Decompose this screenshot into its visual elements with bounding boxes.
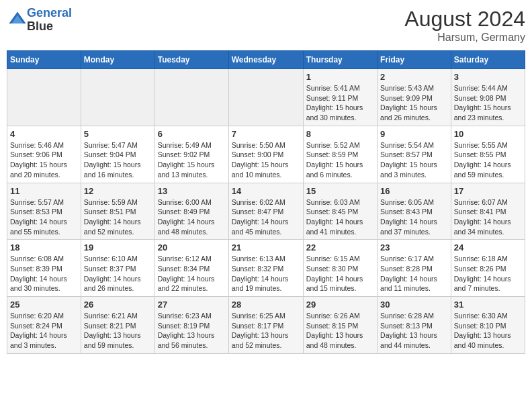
day-info: Sunrise: 6:26 AM Sunset: 8:15 PM Dayligh… [306, 311, 374, 351]
calendar-cell: 17Sunrise: 6:07 AM Sunset: 8:41 PM Dayli… [451, 183, 525, 240]
day-number: 2 [380, 72, 448, 82]
day-number: 29 [306, 300, 374, 310]
calendar-cell: 4Sunrise: 5:46 AM Sunset: 9:06 PM Daylig… [7, 126, 81, 183]
header-wednesday: Wednesday [228, 51, 303, 69]
day-info: Sunrise: 6:07 AM Sunset: 8:41 PM Dayligh… [454, 197, 522, 237]
day-number: 28 [232, 300, 300, 310]
calendar-cell: 16Sunrise: 6:05 AM Sunset: 8:43 PM Dayli… [378, 183, 451, 240]
day-number: 8 [306, 129, 374, 139]
calendar-cell [154, 69, 228, 126]
calendar-week-2: 11Sunrise: 5:57 AM Sunset: 8:53 PM Dayli… [7, 183, 525, 240]
calendar-cell [81, 69, 154, 126]
calendar-cell: 18Sunrise: 6:08 AM Sunset: 8:39 PM Dayli… [7, 240, 81, 297]
header-sunday: Sunday [7, 51, 81, 69]
day-info: Sunrise: 6:12 AM Sunset: 8:34 PM Dayligh… [158, 254, 226, 293]
calendar-week-4: 25Sunrise: 6:20 AM Sunset: 8:24 PM Dayli… [7, 297, 525, 354]
header-friday: Friday [378, 51, 451, 69]
calendar-cell: 1Sunrise: 5:41 AM Sunset: 9:11 PM Daylig… [303, 69, 377, 126]
day-info: Sunrise: 5:54 AM Sunset: 8:57 PM Dayligh… [380, 140, 448, 180]
calendar-cell: 30Sunrise: 6:28 AM Sunset: 8:13 PM Dayli… [378, 297, 451, 354]
header-tuesday: Tuesday [154, 51, 228, 69]
calendar-cell [228, 69, 303, 126]
day-number: 21 [232, 242, 300, 253]
day-number: 13 [158, 186, 226, 196]
day-info: Sunrise: 6:00 AM Sunset: 8:49 PM Dayligh… [158, 197, 226, 237]
day-number: 4 [10, 129, 78, 139]
header-saturday: Saturday [451, 51, 525, 69]
day-number: 31 [454, 300, 522, 310]
day-number: 1 [306, 72, 374, 82]
day-info: Sunrise: 6:18 AM Sunset: 8:26 PM Dayligh… [454, 254, 522, 293]
day-info: Sunrise: 6:03 AM Sunset: 8:45 PM Dayligh… [306, 197, 374, 237]
calendar-cell: 5Sunrise: 5:47 AM Sunset: 9:04 PM Daylig… [81, 126, 154, 183]
day-info: Sunrise: 5:50 AM Sunset: 9:00 PM Dayligh… [232, 140, 300, 180]
day-info: Sunrise: 5:44 AM Sunset: 9:08 PM Dayligh… [454, 83, 522, 123]
calendar-cell: 13Sunrise: 6:00 AM Sunset: 8:49 PM Dayli… [154, 183, 228, 240]
calendar-cell: 29Sunrise: 6:26 AM Sunset: 8:15 PM Dayli… [303, 297, 377, 354]
day-number: 18 [10, 242, 78, 253]
calendar-cell: 31Sunrise: 6:30 AM Sunset: 8:10 PM Dayli… [451, 297, 525, 354]
day-number: 30 [380, 300, 448, 310]
day-info: Sunrise: 5:55 AM Sunset: 8:55 PM Dayligh… [454, 140, 522, 180]
day-number: 7 [232, 129, 300, 139]
calendar-cell: 10Sunrise: 5:55 AM Sunset: 8:55 PM Dayli… [451, 126, 525, 183]
day-info: Sunrise: 6:02 AM Sunset: 8:47 PM Dayligh… [232, 197, 300, 237]
day-number: 6 [158, 129, 226, 139]
calendar-cell: 3Sunrise: 5:44 AM Sunset: 9:08 PM Daylig… [451, 69, 525, 126]
day-number: 15 [306, 186, 374, 196]
day-number: 9 [380, 129, 448, 139]
day-info: Sunrise: 5:41 AM Sunset: 9:11 PM Dayligh… [306, 83, 374, 123]
day-info: Sunrise: 5:59 AM Sunset: 8:51 PM Dayligh… [84, 197, 152, 237]
day-number: 19 [84, 242, 152, 253]
day-info: Sunrise: 6:30 AM Sunset: 8:10 PM Dayligh… [454, 311, 522, 351]
calendar-cell: 8Sunrise: 5:52 AM Sunset: 8:59 PM Daylig… [303, 126, 377, 183]
day-number: 24 [454, 242, 522, 253]
calendar-cell: 12Sunrise: 5:59 AM Sunset: 8:51 PM Dayli… [81, 183, 154, 240]
day-info: Sunrise: 5:57 AM Sunset: 8:53 PM Dayligh… [10, 197, 78, 237]
calendar-cell: 26Sunrise: 6:21 AM Sunset: 8:21 PM Dayli… [81, 297, 154, 354]
calendar-cell: 25Sunrise: 6:20 AM Sunset: 8:24 PM Dayli… [7, 297, 81, 354]
calendar-cell [7, 69, 81, 126]
calendar-week-3: 18Sunrise: 6:08 AM Sunset: 8:39 PM Dayli… [7, 240, 525, 297]
day-number: 27 [158, 300, 226, 310]
day-number: 12 [84, 186, 152, 196]
day-info: Sunrise: 6:08 AM Sunset: 8:39 PM Dayligh… [10, 254, 78, 293]
day-number: 11 [10, 186, 78, 196]
title-area: August 2024 Harsum, Germany [404, 7, 525, 44]
day-number: 22 [306, 242, 374, 253]
header-monday: Monday [81, 51, 154, 69]
calendar-week-1: 4Sunrise: 5:46 AM Sunset: 9:06 PM Daylig… [7, 126, 525, 183]
calendar-week-0: 1Sunrise: 5:41 AM Sunset: 9:11 PM Daylig… [7, 69, 525, 126]
calendar-cell: 6Sunrise: 5:49 AM Sunset: 9:02 PM Daylig… [154, 126, 228, 183]
calendar-cell: 15Sunrise: 6:03 AM Sunset: 8:45 PM Dayli… [303, 183, 377, 240]
calendar-cell: 28Sunrise: 6:25 AM Sunset: 8:17 PM Dayli… [228, 297, 303, 354]
day-number: 3 [454, 72, 522, 82]
header-thursday: Thursday [303, 51, 377, 69]
calendar-table: SundayMondayTuesdayWednesdayThursdayFrid… [7, 50, 525, 354]
calendar-cell: 9Sunrise: 5:54 AM Sunset: 8:57 PM Daylig… [378, 126, 451, 183]
calendar-cell: 14Sunrise: 6:02 AM Sunset: 8:47 PM Dayli… [228, 183, 303, 240]
logo: GeneralBlue [7, 7, 72, 34]
day-info: Sunrise: 5:52 AM Sunset: 8:59 PM Dayligh… [306, 140, 374, 180]
day-info: Sunrise: 5:43 AM Sunset: 9:09 PM Dayligh… [380, 83, 448, 123]
day-info: Sunrise: 6:13 AM Sunset: 8:32 PM Dayligh… [232, 254, 300, 293]
day-number: 16 [380, 186, 448, 196]
day-info: Sunrise: 5:49 AM Sunset: 9:02 PM Dayligh… [158, 140, 226, 180]
logo-icon [8, 9, 27, 28]
location: Harsum, Germany [404, 32, 525, 44]
day-info: Sunrise: 6:23 AM Sunset: 8:19 PM Dayligh… [158, 311, 226, 351]
calendar-cell: 11Sunrise: 5:57 AM Sunset: 8:53 PM Dayli… [7, 183, 81, 240]
day-number: 20 [158, 242, 226, 253]
day-info: Sunrise: 6:10 AM Sunset: 8:37 PM Dayligh… [84, 254, 152, 293]
calendar-cell: 27Sunrise: 6:23 AM Sunset: 8:19 PM Dayli… [154, 297, 228, 354]
day-info: Sunrise: 6:15 AM Sunset: 8:30 PM Dayligh… [306, 254, 374, 293]
day-info: Sunrise: 5:46 AM Sunset: 9:06 PM Dayligh… [10, 140, 78, 180]
day-info: Sunrise: 6:28 AM Sunset: 8:13 PM Dayligh… [380, 311, 448, 351]
day-info: Sunrise: 6:20 AM Sunset: 8:24 PM Dayligh… [10, 311, 78, 351]
day-number: 14 [232, 186, 300, 196]
calendar-cell: 22Sunrise: 6:15 AM Sunset: 8:30 PM Dayli… [303, 240, 377, 297]
calendar-header-row: SundayMondayTuesdayWednesdayThursdayFrid… [7, 51, 525, 69]
page-header: GeneralBlue August 2024 Harsum, Germany [7, 7, 525, 44]
day-number: 17 [454, 186, 522, 196]
day-info: Sunrise: 6:17 AM Sunset: 8:28 PM Dayligh… [380, 254, 448, 293]
